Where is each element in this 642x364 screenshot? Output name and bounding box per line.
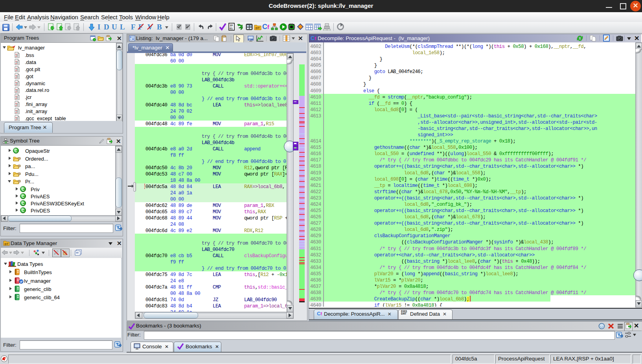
svg-text:C: C [22, 187, 24, 192]
svg-text:C: C [22, 194, 24, 199]
svg-text:10: 10 [230, 24, 233, 27]
svg-text:DT: DT [5, 242, 9, 246]
svg-text:DT: DT [256, 26, 260, 30]
svg-text:01: 01 [230, 27, 233, 30]
svg-text:C: C [15, 149, 17, 153]
svg-text:C: C [22, 209, 24, 213]
svg-text:C: C [22, 201, 24, 206]
